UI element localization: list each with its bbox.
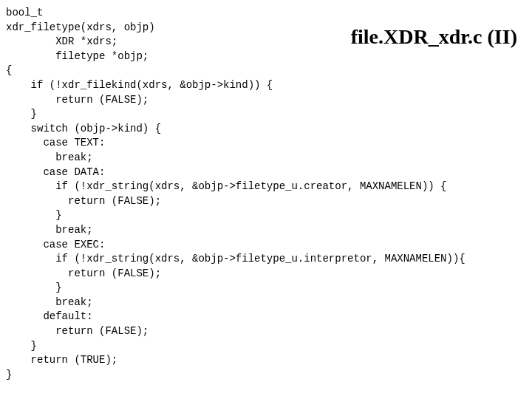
code-block: bool_t xdr_filetype(xdrs, objp) XDR *xdr… <box>6 6 526 382</box>
slide-title: file.XDR_xdr.c (II) <box>351 22 517 51</box>
